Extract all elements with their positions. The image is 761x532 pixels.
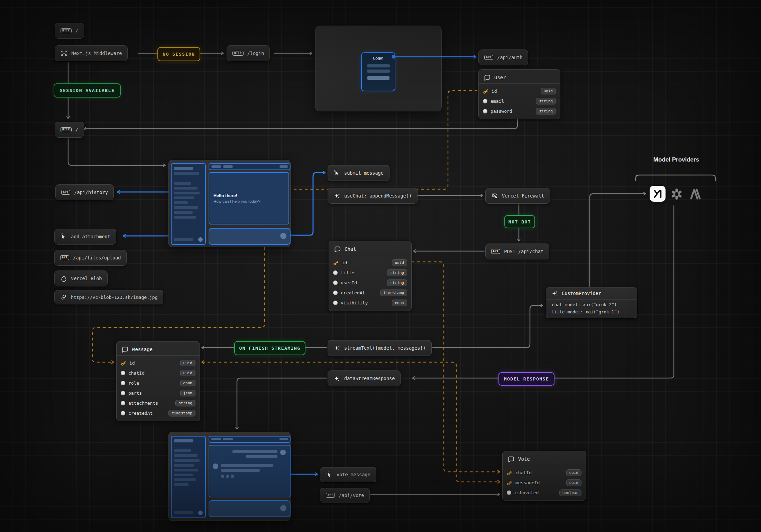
field-type: enum: [180, 380, 196, 386]
node-label: dataStreamResponse: [344, 376, 395, 381]
field-type: timestamp: [168, 410, 195, 416]
column-dot-icon: [333, 270, 338, 275]
skeleton-bar: [174, 192, 200, 194]
cursor-click-icon: [326, 471, 333, 478]
chat-app-mockup-conversation: [168, 432, 291, 521]
field-name: createdAt: [128, 411, 153, 416]
chat-main-mockup: Hello there! How can I help you today?: [209, 172, 289, 224]
model-providers-title: Model Providers: [635, 156, 718, 163]
cursor-click-icon: [60, 233, 67, 240]
node-label: add attachment: [71, 234, 110, 239]
send-button-skeleton: [280, 233, 286, 239]
field-name: createdAt: [341, 290, 365, 295]
firewall-icon: [491, 192, 498, 199]
field-name: id: [342, 260, 347, 265]
skeleton-bar: [174, 439, 193, 442]
skeleton-chip: [211, 165, 221, 168]
api-vote-node: API /api/vote: [320, 488, 370, 503]
api-chip-icon: API: [61, 190, 70, 195]
table-row: attachments string: [117, 398, 200, 408]
route-node-root: HTTP /: [55, 23, 84, 39]
node-label: submit message: [344, 170, 384, 176]
field-type: uuid: [180, 370, 196, 376]
vercel-firewall-node: Vercel Firewall: [485, 188, 550, 204]
api-auth-node: API /api/auth: [478, 49, 528, 65]
middleware-focus-icon: [61, 50, 67, 57]
submit-message-node: submit message: [328, 165, 389, 181]
greeting-title: Hello there!: [213, 193, 288, 198]
post-api-chat-node: API POST /api/chat: [485, 244, 549, 259]
http-chip-icon: HTTP: [232, 51, 244, 56]
anthropic-logo-icon: [689, 188, 704, 200]
message-table: Message id uuid chatId uuid role enum pa…: [116, 341, 200, 421]
column-dot-icon: [483, 109, 487, 113]
node-label: Vercel Blob: [71, 276, 102, 281]
skeleton-bar: [174, 483, 189, 486]
user-avatar: [198, 237, 203, 242]
skeleton-bar: [174, 454, 198, 457]
cursor-click-icon: [333, 169, 340, 176]
skeleton-chip: [223, 438, 233, 440]
api-chip-icon: API: [60, 255, 69, 260]
primary-key-icon: [483, 89, 488, 94]
field-type: string: [175, 400, 195, 406]
no-session-badge: NO SESSION: [157, 47, 200, 61]
node-label: streamText({model, messages}): [344, 345, 426, 351]
api-files-upload-node: API /api/files/upload: [54, 250, 127, 266]
field-type: enum: [392, 300, 407, 306]
skeleton-bar: [174, 474, 193, 476]
custom-provider-node: CustomProvider chat-model: xai(“grok-2”)…: [546, 287, 637, 318]
primary-key-icon: [121, 360, 126, 366]
user-avatar: [198, 511, 203, 515]
field-type: string: [387, 269, 407, 276]
primary-key-icon: [507, 470, 512, 476]
skeleton-bar: [174, 216, 196, 219]
table-row: id uuid: [329, 258, 411, 268]
api-chip-icon: API: [326, 493, 335, 498]
api-history-node: API /api/history: [55, 184, 114, 200]
openai-logo-icon: [670, 187, 684, 201]
skeleton-bar: [174, 464, 194, 467]
column-dot-icon: [333, 301, 338, 305]
skeleton-bar: [174, 211, 193, 214]
node-label: /: [75, 28, 78, 34]
chat-input-mockup: [209, 228, 291, 245]
skeleton-bar: [174, 201, 188, 204]
table-row: chatId uuid: [503, 468, 586, 478]
column-dot-icon: [121, 411, 125, 415]
field-type: uuid: [392, 259, 407, 266]
node-label: /api/auth: [497, 55, 522, 60]
chat-topbar-mockup: [209, 436, 291, 443]
session-available-badge: SESSION AVAILABLE: [54, 83, 121, 98]
field-type: uuid: [566, 479, 582, 486]
skeleton-bar: [174, 478, 196, 481]
model-response-badge: MODEL RESPONSE: [498, 372, 554, 386]
vote-message-node: vote message: [320, 467, 376, 482]
message-action-skeleton: [221, 475, 224, 478]
field-type: json: [180, 390, 196, 396]
chat-app-mockup: Hello there! How can I help you today?: [168, 160, 291, 247]
architecture-diagram: Login: [0, 0, 761, 532]
table-row: createdAt timestamp: [117, 408, 200, 418]
skeleton-bar: [174, 206, 198, 209]
field-name: title: [341, 270, 354, 275]
vote-table: Vote chatId uuid messageId uuid isUpvote…: [502, 451, 586, 501]
table-row: visibility enum: [329, 298, 411, 308]
message-action-skeleton: [226, 475, 229, 478]
vercel-blob-node: Vercel Blob: [54, 270, 108, 286]
user-message-avatar: [280, 450, 286, 455]
assistant-message-avatar: [213, 464, 218, 469]
api-chip-icon: API: [484, 55, 493, 60]
table-name: User: [494, 75, 506, 80]
node-label: useChat: appendMessage(): [344, 193, 412, 199]
http-chip-icon: HTTP: [61, 127, 72, 132]
table-row: chatId uuid: [117, 368, 200, 378]
xai-logo-icon: [650, 186, 666, 202]
field-name: isUpvoted: [514, 490, 539, 495]
table-icon: [121, 346, 128, 353]
field-name: userId: [341, 280, 357, 285]
field-name: messageId: [515, 480, 540, 485]
node-label: /login: [247, 51, 264, 56]
field-name: id: [129, 360, 135, 366]
skeleton-bar: [174, 182, 191, 185]
